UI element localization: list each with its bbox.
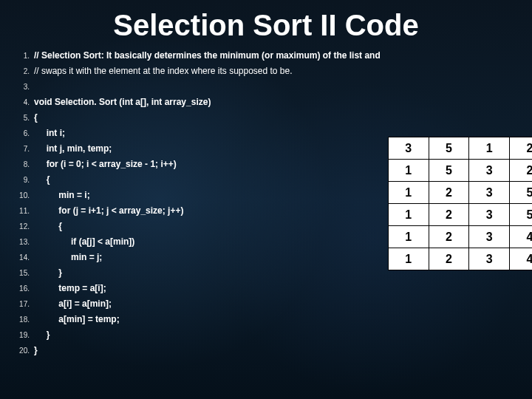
iteration-table-container: 3 5 1 2 4 1 5 3 2 4 1 2 3 5 4 1: [381, 48, 532, 358]
code-text: {: [34, 172, 50, 188]
cell: 1: [388, 248, 429, 270]
code-line: 3.: [13, 79, 381, 95]
table-row: 1 2 3 5 4: [388, 182, 532, 204]
code-text: }: [34, 343, 38, 358]
cell: 1: [388, 226, 429, 248]
cell: 3: [469, 204, 510, 226]
cell: 2: [510, 160, 532, 182]
table-row: 1 2 3 5 4: [388, 204, 532, 226]
code-line: 15. }: [13, 265, 381, 281]
cell: 1: [469, 137, 510, 160]
cell: 1: [388, 204, 429, 226]
cell: 3: [469, 248, 510, 270]
cell: 5: [510, 182, 532, 204]
code-text: min = i;: [34, 188, 90, 203]
code-text: for (j = i+1; j < array_size; j++): [34, 203, 183, 219]
code-text: }: [34, 265, 62, 281]
code-text: {: [34, 219, 62, 234]
line-number: 19.: [13, 327, 34, 343]
line-number: 18.: [13, 312, 34, 327]
code-text: for (i = 0; i < array_size - 1; i++): [34, 157, 177, 172]
cell: 2: [429, 248, 469, 270]
code-text: // swaps it with the element at the inde…: [34, 64, 293, 79]
code-text: a[i] = a[min];: [34, 296, 112, 312]
code-text: a[min] = temp;: [34, 312, 120, 327]
code-line: 10. min = i;: [13, 188, 381, 203]
line-number: 3.: [13, 79, 34, 95]
code-line: 20.}: [13, 343, 381, 358]
cell: 4: [510, 226, 532, 248]
line-number: 5.: [13, 110, 34, 126]
cell: 2: [429, 204, 469, 226]
code-line: 9. {: [13, 172, 381, 188]
code-text: }: [34, 327, 50, 343]
line-number: 1.: [13, 48, 34, 64]
code-text: // Selection Sort: It basically determin…: [34, 48, 381, 64]
code-text: min = j;: [34, 250, 102, 265]
code-text: void Selection. Sort (int a[], int array…: [34, 95, 211, 110]
line-number: 9.: [13, 172, 34, 188]
line-number: 15.: [13, 265, 34, 281]
line-number: 2.: [13, 64, 34, 79]
line-number: 7.: [13, 141, 34, 157]
code-line: 5.{: [13, 110, 381, 126]
code-line: 19. }: [13, 327, 381, 343]
line-number: 10.: [13, 188, 34, 203]
cell: 3: [469, 160, 510, 182]
code-line: 12. {: [13, 219, 381, 234]
code-text: temp = a[i];: [34, 281, 106, 296]
cell: 2: [510, 137, 532, 160]
line-number: 20.: [13, 343, 34, 358]
line-number: 8.: [13, 157, 34, 172]
code-text: int j, min, temp;: [34, 141, 112, 157]
code-line: 18. a[min] = temp;: [13, 312, 381, 327]
cell: 3: [469, 182, 510, 204]
cell: 2: [429, 182, 469, 204]
code-text: if (a[j] < a[min]): [34, 234, 134, 250]
table-row: 1 2 3 4 5: [388, 248, 532, 270]
code-line: 11. for (j = i+1; j < array_size; j++): [13, 203, 381, 219]
line-number: 16.: [13, 281, 34, 296]
cell: 1: [388, 182, 429, 204]
line-number: 4.: [13, 95, 34, 110]
line-number: 11.: [13, 203, 34, 219]
code-line: 7. int j, min, temp;: [13, 141, 381, 157]
slide-content: 1.// Selection Sort: It basically determ…: [0, 48, 532, 358]
code-block: 1.// Selection Sort: It basically determ…: [13, 48, 381, 358]
cell: 5: [429, 160, 469, 182]
code-line: 1.// Selection Sort: It basically determ…: [13, 48, 381, 64]
cell: 5: [510, 204, 532, 226]
iteration-table: 3 5 1 2 4 1 5 3 2 4 1 2 3 5 4 1: [388, 137, 532, 270]
code-line: 6. int i;: [13, 126, 381, 141]
line-number: 12.: [13, 219, 34, 234]
code-line: 2.// swaps it with the element at the in…: [13, 64, 381, 79]
line-number: 13.: [13, 234, 34, 250]
code-line: 17. a[i] = a[min];: [13, 296, 381, 312]
code-line: 4.void Selection. Sort (int a[], int arr…: [13, 95, 381, 110]
cell: 3: [469, 226, 510, 248]
slide-title: Selection Sort II Code: [0, 0, 532, 48]
code-text: int i;: [34, 126, 65, 141]
code-line: 14. min = j;: [13, 250, 381, 265]
code-line: 8. for (i = 0; i < array_size - 1; i++): [13, 157, 381, 172]
cell: 3: [388, 137, 429, 160]
cell: 2: [429, 226, 469, 248]
table-row: 1 2 3 4 5: [388, 226, 532, 248]
cell: 5: [429, 137, 469, 160]
code-line: 16. temp = a[i];: [13, 281, 381, 296]
table-row: 3 5 1 2 4: [388, 137, 532, 160]
cell: 1: [388, 160, 429, 182]
cell: 4: [510, 248, 532, 270]
code-text: {: [34, 110, 38, 126]
line-number: 6.: [13, 126, 34, 141]
line-number: 14.: [13, 250, 34, 265]
table-row: 1 5 3 2 4: [388, 160, 532, 182]
line-number: 17.: [13, 296, 34, 312]
code-line: 13. if (a[j] < a[min]): [13, 234, 381, 250]
